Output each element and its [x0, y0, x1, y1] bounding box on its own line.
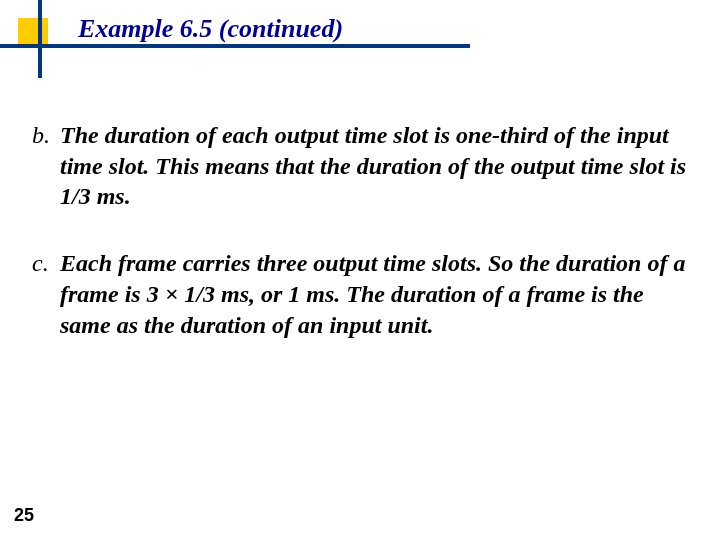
item-label: b. — [32, 120, 60, 212]
item-label: c. — [32, 248, 60, 340]
slide: Example 6.5 (continued) b. The duration … — [0, 0, 720, 540]
item-text: Each frame carries three output time slo… — [60, 248, 688, 340]
list-item: c. Each frame carries three output time … — [32, 248, 688, 340]
decor-horizontal-rule — [0, 44, 470, 48]
page-number: 25 — [14, 505, 34, 526]
slide-title: Example 6.5 (continued) — [78, 14, 343, 44]
list-item: b. The duration of each output time slot… — [32, 120, 688, 212]
slide-body: b. The duration of each output time slot… — [32, 120, 688, 376]
item-text: The duration of each output time slot is… — [60, 120, 688, 212]
decor-vertical-rule — [38, 0, 42, 78]
